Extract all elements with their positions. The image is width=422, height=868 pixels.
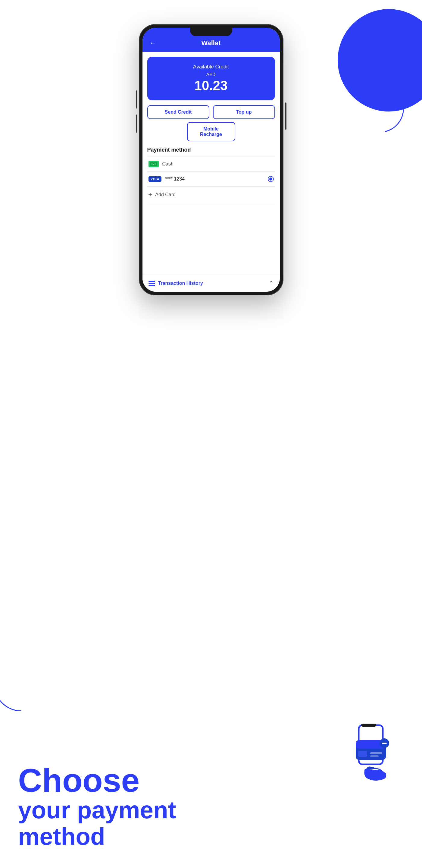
phone-screen: ← Wallet Available Credit AED 10.23 Send…	[142, 28, 280, 292]
plus-icon: +	[149, 191, 153, 198]
phone-reflection	[139, 296, 284, 319]
screen-content: ← Wallet Available Credit AED 10.23 Send…	[142, 28, 280, 292]
send-credit-button[interactable]: Send Credit	[147, 105, 209, 119]
wallet-icon-area	[350, 722, 398, 784]
credit-label: Available Credit	[155, 64, 268, 70]
payment-section-title: Payment method	[147, 147, 275, 153]
phone-mockup: ← Wallet Available Credit AED 10.23 Send…	[139, 24, 284, 319]
visa-icon: VISA	[149, 176, 162, 182]
visa-radio-selected[interactable]	[268, 176, 274, 182]
hamburger-line-2	[149, 283, 155, 284]
transaction-left: Transaction History	[149, 281, 203, 286]
credit-amount: 10.23	[155, 78, 268, 93]
payment-item-visa[interactable]: VISA **** 1234	[147, 172, 275, 187]
transaction-history-bar[interactable]: Transaction History ⌃	[142, 275, 280, 292]
svg-rect-8	[358, 751, 367, 757]
visa-label: **** 1234	[165, 176, 264, 182]
side-button-power	[285, 102, 287, 130]
svg-rect-9	[370, 752, 382, 754]
svg-rect-10	[370, 755, 379, 757]
transaction-history-label: Transaction History	[158, 281, 203, 286]
back-button[interactable]: ←	[150, 39, 156, 47]
cash-icon: $	[149, 161, 159, 167]
deco-circle-top	[338, 9, 422, 112]
phone-notch	[190, 28, 232, 36]
choose-text-block: Choose your payment method	[18, 764, 176, 850]
credit-currency: AED	[155, 72, 268, 77]
hamburger-icon	[149, 281, 155, 286]
screen-title: Wallet	[201, 39, 221, 47]
add-card-item[interactable]: + Add Card	[147, 187, 275, 203]
hamburger-line-3	[149, 285, 155, 286]
payment-list: $ Cash VISA **** 1234	[147, 156, 275, 203]
chevron-up-icon[interactable]: ⌃	[269, 280, 274, 287]
wallet-illustration-icon	[350, 722, 398, 782]
choose-subheading-line2: your payment	[18, 797, 176, 824]
phone-outer: ← Wallet Available Credit AED 10.23 Send…	[139, 24, 284, 296]
choose-subheading-line3: method	[18, 824, 176, 850]
hamburger-line-1	[149, 281, 155, 282]
cash-label: Cash	[162, 161, 274, 167]
svg-text:$: $	[153, 163, 154, 165]
payment-section: Payment method $	[142, 146, 280, 203]
deco-arc-bottom-left	[0, 657, 48, 711]
action-buttons-row: Send Credit Top up	[147, 105, 275, 119]
top-up-button[interactable]: Top up	[213, 105, 275, 119]
radio-inner	[269, 178, 272, 181]
payment-item-cash[interactable]: $ Cash	[147, 156, 275, 172]
mobile-recharge-button[interactable]: Mobile Recharge	[187, 122, 235, 141]
side-button-volume-up	[136, 90, 137, 108]
add-card-label: Add Card	[155, 192, 175, 197]
credit-card: Available Credit AED 10.23	[147, 57, 275, 100]
svg-rect-12	[382, 743, 387, 744]
svg-rect-5	[361, 724, 376, 727]
side-button-volume-down	[136, 115, 137, 133]
choose-heading: Choose	[18, 764, 176, 797]
